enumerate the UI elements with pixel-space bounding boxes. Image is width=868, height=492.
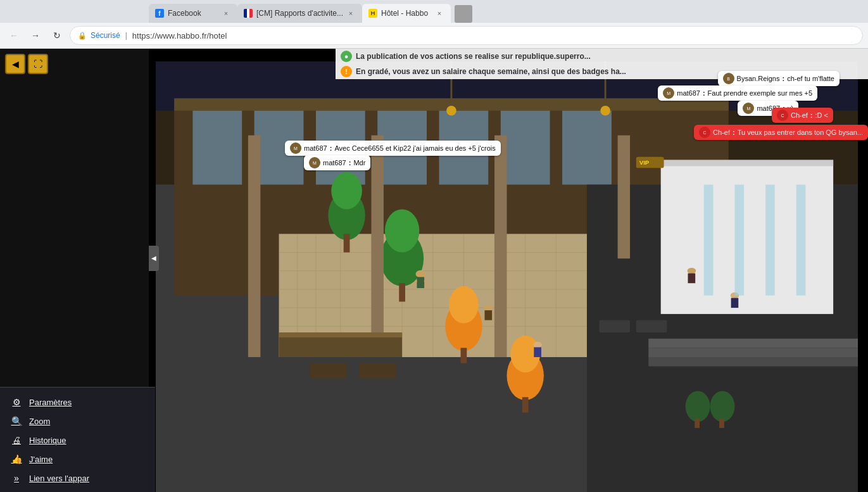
svg-rect-64 [731, 298, 739, 308]
expand-control-icon: ⛶ [34, 59, 42, 69]
menu-historique-label: Historique [29, 436, 66, 445]
tab-cm[interactable]: [CM] Rapports d'activite... × [237, 4, 362, 23]
secure-label: Sécurisé [91, 31, 120, 40]
svg-rect-74 [796, 185, 806, 296]
svg-rect-72 [734, 185, 744, 296]
svg-rect-30 [661, 160, 833, 167]
url-text: https://www.habbo.fr/hotel [132, 31, 227, 41]
svg-rect-36 [399, 283, 405, 301]
svg-rect-60 [534, 347, 541, 357]
svg-rect-69 [599, 320, 630, 332]
svg-point-50 [446, 106, 456, 116]
svg-rect-71 [704, 185, 714, 296]
menu-zoom-label: Zoom [29, 417, 50, 426]
svg-point-38 [449, 286, 479, 323]
svg-rect-80 [695, 419, 700, 428]
svg-rect-42 [522, 397, 529, 412]
menu-lien-label: Lien vers l'appar [29, 474, 89, 483]
svg-rect-44 [371, 136, 383, 357]
menu-jaime-label: J'aime [29, 455, 53, 464]
menu-parametres-label: Paramètres [29, 398, 72, 407]
habbo-favicon: H [368, 9, 377, 18]
svg-point-61 [688, 268, 696, 274]
gear-icon: ⚙ [10, 396, 23, 408]
tab-facebook-close[interactable]: × [221, 8, 231, 18]
historique-icon: 🖨 [10, 434, 23, 446]
expand-control-button[interactable]: ⛶ [28, 54, 48, 74]
browser-chrome: f Facebook × [CM] Rapports d'activite...… [0, 0, 868, 49]
notif-icon-green: ● [341, 51, 352, 62]
svg-rect-29 [661, 160, 833, 314]
sidebar-toggle[interactable]: ◀ [149, 246, 159, 271]
svg-rect-6 [255, 111, 304, 185]
svg-rect-33 [344, 234, 350, 252]
thumbsup-icon: 👍 [10, 453, 23, 465]
back-button[interactable]: ← [5, 27, 23, 44]
notification-bar: ● La publication de vos actions se reali… [336, 49, 868, 79]
new-tab-button[interactable] [455, 5, 472, 23]
svg-point-78 [686, 391, 710, 422]
game-area: VIP ◀ ⛶ [0, 49, 868, 492]
menu-item-zoom[interactable]: 🔍 Zoom [0, 412, 155, 431]
tab-habbo-close[interactable]: × [434, 8, 444, 18]
svg-point-52 [600, 106, 610, 116]
svg-rect-7 [316, 111, 365, 185]
svg-rect-8 [377, 111, 427, 185]
game-scene-svg: VIP [146, 61, 868, 492]
lien-icon: » [10, 472, 23, 484]
tab-facebook[interactable]: f Facebook × [149, 4, 237, 23]
facebook-favicon: f [155, 9, 164, 18]
svg-rect-77 [648, 339, 858, 348]
game-controls: ◀ ⛶ [5, 54, 48, 74]
forward-button[interactable]: → [27, 27, 44, 44]
tab-cm-close[interactable]: × [346, 8, 356, 18]
menu-item-parametres[interactable]: ⚙ Paramètres [0, 393, 155, 412]
svg-rect-9 [439, 111, 488, 185]
menu-item-jaime[interactable]: 👍 J'aime [0, 450, 155, 469]
svg-point-79 [710, 391, 735, 422]
svg-rect-81 [719, 419, 724, 428]
tab-cm-label: [CM] Rapports d'activite... [256, 9, 343, 18]
reload-button[interactable]: ↻ [48, 27, 66, 44]
tab-habbo-label: Hôtel - Habbo [381, 9, 432, 18]
back-control-icon: ◀ [12, 59, 19, 69]
cm-favicon [244, 9, 253, 18]
zoom-icon: 🔍 [10, 415, 23, 427]
separator: | [125, 31, 127, 40]
svg-point-32 [331, 172, 362, 209]
menu-item-historique[interactable]: 🖨 Historique [0, 431, 155, 450]
svg-point-57 [484, 305, 493, 311]
svg-rect-39 [461, 348, 467, 363]
svg-rect-75 [648, 357, 858, 367]
notif-text-1: La publication de vos actions se realise… [356, 52, 591, 61]
lock-icon: 🔒 [78, 32, 87, 40]
svg-rect-5 [192, 111, 242, 185]
svg-rect-48 [279, 332, 403, 337]
svg-rect-76 [648, 348, 858, 357]
svg-rect-45 [494, 136, 506, 357]
svg-rect-73 [765, 185, 775, 296]
address-bar[interactable]: 🔒 Sécurisé | https://www.habbo.fr/hotel [70, 26, 863, 45]
back-control-button[interactable]: ◀ [5, 54, 25, 74]
svg-text:VIP: VIP [639, 159, 650, 166]
svg-point-53 [416, 270, 426, 278]
left-menu: ⚙ Paramètres 🔍 Zoom 🖨 Historique 👍 J'aim… [0, 387, 155, 492]
svg-point-59 [533, 342, 542, 348]
menu-item-lien[interactable]: » Lien vers l'appar [0, 469, 155, 488]
svg-rect-11 [562, 111, 612, 185]
svg-rect-70 [636, 320, 667, 332]
svg-rect-67 [310, 363, 346, 379]
svg-rect-68 [359, 363, 396, 379]
notif-line-1: ● La publication de vos actions se reali… [336, 49, 868, 64]
notif-text-2: En gradé, vous avez un salaire chaque se… [356, 67, 626, 76]
svg-point-35 [385, 209, 419, 252]
svg-rect-10 [501, 111, 550, 185]
notif-icon-orange: ! [341, 66, 352, 77]
svg-rect-54 [417, 277, 424, 289]
svg-rect-62 [688, 274, 696, 284]
tab-habbo[interactable]: H Hôtel - Habbo × [362, 4, 451, 23]
hotel-scene: VIP [146, 61, 868, 492]
svg-rect-43 [248, 136, 260, 357]
tab-bar: f Facebook × [CM] Rapports d'activite...… [0, 0, 868, 23]
tab-facebook-label: Facebook [168, 9, 218, 18]
